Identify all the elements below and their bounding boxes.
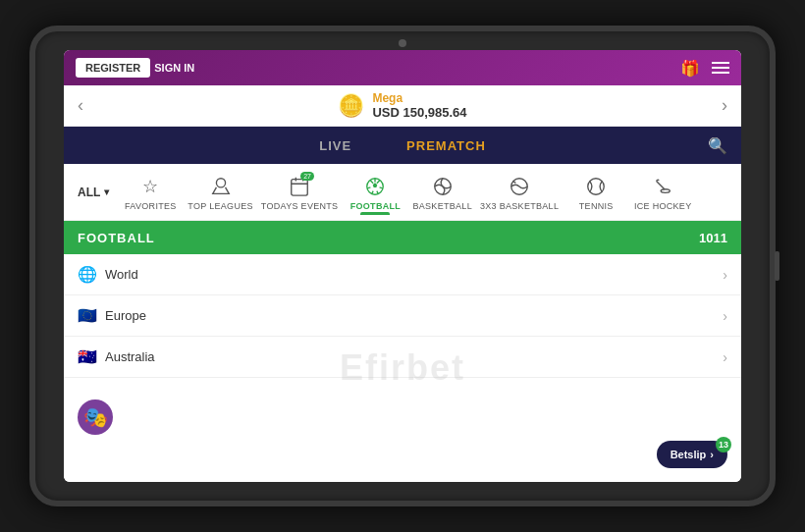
svg-point-0 xyxy=(216,178,225,186)
gift-icon[interactable]: 🎁 xyxy=(680,59,700,78)
tennis-icon xyxy=(585,174,607,199)
football-label: FOOTBALL xyxy=(350,201,401,211)
sports-bar: ALL ▾ ☆ FAVORITES TOP LEAGUES xyxy=(64,164,741,221)
character-avatar: 🎭 xyxy=(78,399,113,435)
basketball-icon xyxy=(432,174,454,199)
football-icon xyxy=(364,174,386,199)
sport-item-3x3-basketball[interactable]: 3X3 BASKETBALL xyxy=(476,170,563,215)
top-leagues-label: TOP LEAGUES xyxy=(188,201,253,211)
league-item-australia[interactable]: 🇦🇺 Australia › xyxy=(64,337,741,378)
top-leagues-icon xyxy=(210,174,232,199)
screen: REGISTER SIGN IN 🎁 ‹ 🪙 Mega USD 150,985.… xyxy=(64,50,741,482)
all-chevron-icon: ▾ xyxy=(104,186,109,197)
all-filter[interactable]: ALL ▾ xyxy=(70,186,117,199)
wallet-info: 🪙 Mega USD 150,985.64 xyxy=(338,91,466,120)
svg-marker-6 xyxy=(373,183,378,187)
todays-events-icon: 27 xyxy=(289,174,310,199)
sport-item-tennis[interactable]: TENNIS xyxy=(563,170,629,215)
nav-left-button[interactable]: ‹ xyxy=(78,95,83,116)
3x3-basketball-icon xyxy=(509,174,530,199)
sport-item-favorites[interactable]: ☆ FAVORITES xyxy=(117,170,184,215)
wallet-bar: ‹ 🪙 Mega USD 150,985.64 › xyxy=(64,85,741,127)
auth-buttons: REGISTER SIGN IN xyxy=(76,58,194,78)
world-expand-icon: › xyxy=(723,267,727,283)
nav-right-button[interactable]: › xyxy=(722,95,727,116)
prematch-tab[interactable]: PREMATCH xyxy=(379,138,513,153)
betslip-button[interactable]: 13 Betslip › xyxy=(657,441,727,468)
wallet-amount: USD 150,985.64 xyxy=(372,105,466,120)
svg-point-12 xyxy=(661,188,670,192)
section-count: 1011 xyxy=(699,231,727,245)
content-area: Efirbet 🌐 World › 🇪🇺 Europe › xyxy=(64,254,741,482)
europe-expand-icon: › xyxy=(723,308,727,324)
top-bar: REGISTER SIGN IN 🎁 xyxy=(64,50,741,85)
league-left: 🌐 World xyxy=(78,265,138,284)
sport-item-basketball[interactable]: BASKETBALL xyxy=(408,170,476,215)
svg-line-11 xyxy=(657,181,665,188)
all-label: ALL xyxy=(78,186,100,199)
todays-events-label: TODAYS EVENTS xyxy=(261,201,339,211)
sport-item-top-leagues[interactable]: TOP LEAGUES xyxy=(184,170,257,215)
league-left: 🇦🇺 Australia xyxy=(78,347,155,366)
world-flag-icon: 🌐 xyxy=(78,265,97,284)
australia-league-name: Australia xyxy=(105,349,155,364)
sport-item-football[interactable]: FOOTBALL xyxy=(342,170,408,215)
svg-line-9 xyxy=(513,181,516,183)
search-icon[interactable]: 🔍 xyxy=(708,136,727,155)
league-left: 🇪🇺 Europe xyxy=(78,306,146,325)
tablet-power-btn xyxy=(775,251,779,281)
league-item-europe[interactable]: 🇪🇺 Europe › xyxy=(64,295,741,337)
australia-expand-icon: › xyxy=(723,349,727,365)
sport-item-ice-hockey[interactable]: ICE HOCKEY xyxy=(629,170,696,215)
todays-events-badge: 27 xyxy=(300,172,314,181)
favorites-label: FAVORITES xyxy=(125,201,177,211)
live-tab[interactable]: LIVE xyxy=(292,138,379,153)
section-title: FOOTBALL xyxy=(78,231,155,245)
betslip-chevron-icon: › xyxy=(710,449,714,460)
ice-hockey-label: ICE HOCKEY xyxy=(634,201,692,211)
tablet-frame: REGISTER SIGN IN 🎁 ‹ 🪙 Mega USD 150,985.… xyxy=(29,26,776,506)
live-prematch-bar: LIVE PREMATCH 🔍 xyxy=(64,127,741,164)
basketball-label: BASKETBALL xyxy=(412,201,472,211)
world-league-name: World xyxy=(105,267,138,282)
favorites-icon: ☆ xyxy=(142,174,158,199)
australia-flag-icon: 🇦🇺 xyxy=(78,347,97,366)
tennis-label: TENNIS xyxy=(579,201,614,211)
3x3-basketball-label: 3X3 BASKETBALL xyxy=(480,201,559,211)
betslip-badge: 13 xyxy=(716,437,731,452)
europe-flag-icon: 🇪🇺 xyxy=(78,306,97,325)
wallet-details: Mega USD 150,985.64 xyxy=(372,91,466,120)
svg-rect-1 xyxy=(292,179,308,195)
section-header: FOOTBALL 1011 xyxy=(64,221,741,254)
league-item-world[interactable]: 🌐 World › xyxy=(64,254,741,295)
sport-item-todays-events[interactable]: 27 TODAYS EVENTS xyxy=(257,170,343,215)
top-bar-right: 🎁 xyxy=(680,59,729,78)
menu-button[interactable] xyxy=(712,62,729,74)
ice-hockey-icon xyxy=(652,174,673,199)
signin-button[interactable]: SIGN IN xyxy=(154,62,194,74)
coins-icon: 🪙 xyxy=(338,93,364,119)
wallet-label: Mega xyxy=(372,91,466,105)
tablet-camera xyxy=(399,39,406,47)
betslip-label: Betslip xyxy=(671,449,707,460)
register-button[interactable]: REGISTER xyxy=(76,58,150,78)
europe-league-name: Europe xyxy=(105,308,146,323)
